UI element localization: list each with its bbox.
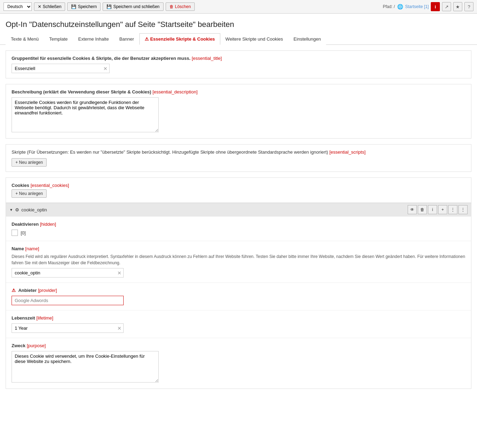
essential-scripts-key: [essential_scripts] [329, 149, 365, 155]
cookie-drag-btn-1[interactable]: ⋮ [448, 205, 457, 214]
cookie-delete-btn[interactable]: 🗑 [418, 205, 427, 214]
save-button[interactable]: 💾 Speichern [67, 2, 101, 11]
info-icon-btn[interactable]: i [431, 2, 440, 11]
essential-title-input[interactable] [12, 64, 110, 73]
top-toolbar: Deutsch English Français ✕ Schließen 💾 S… [0, 0, 477, 14]
essential-title-clear-btn[interactable]: ✕ [103, 66, 108, 71]
close-icon: ✕ [38, 4, 41, 9]
deactivate-checkbox[interactable] [12, 230, 18, 236]
essential-cookies-label: Cookies [essential_cookies] [12, 183, 465, 188]
essential-title-inner: Gruppentitel für essenzielle Cookies & S… [6, 51, 471, 78]
essential-cookies-inner: Cookies [essential_cookies] + Neu anlege… [6, 178, 471, 203]
essential-description-key: [essential_description] [152, 89, 198, 94]
name-clear-btn[interactable]: ✕ [117, 270, 122, 276]
tabs-bar: Texte & Menü Template Externe Inhalte Ba… [0, 33, 477, 45]
provider-label: ⚠ Anbieter [provider] [12, 288, 465, 293]
cookie-item-header-left: ▼ ⚙ cookie_optin [9, 207, 47, 212]
provider-error-icon: ⚠ [12, 288, 16, 293]
tab-weitere[interactable]: Weitere Skripte und Cookies [220, 33, 289, 45]
purpose-label: Zweck [purpose] [12, 343, 465, 348]
help-icon-btn[interactable]: ? [464, 2, 473, 11]
delete-icon: 🗑 [170, 4, 174, 9]
purpose-textarea-wrap: Dieses Cookie wird verwendet, um Ihre Co… [12, 351, 465, 384]
essential-scripts-inner: Skripte (Für Übersetzungen: Es werden nu… [6, 145, 471, 172]
save-close-icon: 💾 [106, 4, 112, 9]
external-link-icon-btn[interactable]: ↗ [442, 2, 451, 11]
close-button[interactable]: ✕ Schließen [34, 2, 65, 11]
essential-description-inner: Beschreibung (erklärt die Verwendung die… [6, 84, 471, 138]
lifetime-label: Lebenszeit [lifetime] [12, 315, 465, 321]
toolbar-left: Deutsch English Français ✕ Schließen 💾 S… [4, 2, 195, 11]
cookie-info-btn[interactable]: i [428, 205, 437, 214]
essential-scripts-section: Skripte (Für Übersetzungen: Es werden nu… [6, 144, 471, 172]
deactivate-row: [0] [12, 230, 465, 236]
essential-title-key: [essential_title] [192, 56, 222, 61]
deactivate-field-row: Deaktivieren [hidden] [0] [6, 216, 471, 241]
cookie-item-header-right: 👁 🗑 i + ⋮ ⋮ [408, 205, 468, 214]
essential-description-section: Beschreibung (erklärt die Verwendung die… [6, 84, 471, 139]
cookie-eye-btn[interactable]: 👁 [408, 205, 417, 214]
essential-title-section: Gruppentitel für essenzielle Cookies & S… [6, 50, 471, 78]
essential-title-label: Gruppentitel für essenzielle Cookies & S… [12, 56, 465, 61]
delete-button[interactable]: 🗑 Löschen [166, 2, 195, 11]
provider-input[interactable] [12, 296, 124, 305]
language-select[interactable]: Deutsch English Français [4, 2, 32, 11]
tab-error-icon: ⚠ [145, 36, 149, 42]
name-description: Dieses Feld wird als regulärer Ausdruck … [12, 253, 465, 266]
purpose-textarea[interactable]: Dieses Cookie wird verwendet, um Ihre Co… [12, 351, 159, 383]
essential-description-textarea[interactable]: Essenzielle Cookies werden für grundlege… [12, 97, 159, 132]
tab-banner[interactable]: Banner [114, 33, 139, 45]
breadcrumb-link[interactable]: Startseite [1] [405, 4, 429, 9]
name-label: Name [name] [12, 246, 465, 251]
essential-description-label: Beschreibung (erklärt die Verwendung die… [12, 89, 465, 94]
cookie-chevron-icon[interactable]: ▼ [9, 208, 13, 212]
essential-title-input-wrap: ✕ [12, 64, 110, 73]
tab-externe[interactable]: Externe Inhalte [73, 33, 114, 45]
tab-texte[interactable]: Texte & Menü [6, 33, 44, 45]
star-icon-btn[interactable]: ★ [453, 2, 462, 11]
cookie-item-name: cookie_optin [21, 207, 47, 212]
lifetime-key: [lifetime] [36, 315, 53, 321]
toolbar-right: Pfad: / 🌐 Startseite [1] i ↗ ★ ? [383, 2, 473, 11]
provider-key: [provider] [38, 288, 57, 293]
deactivate-value: [0] [21, 230, 26, 236]
page-title: Opt-In "Datenschutzeinstellungen" auf Se… [0, 14, 477, 33]
tab-essenzielle[interactable]: ⚠Essenzielle Skripte & Cookies [139, 33, 220, 45]
lifetime-input[interactable] [12, 323, 124, 333]
lifetime-clear-btn[interactable]: ✕ [117, 326, 122, 331]
cookie-item-header: ▼ ⚙ cookie_optin 👁 🗑 i + ⋮ ⋮ [6, 203, 471, 216]
globe-icon: 🌐 [397, 4, 403, 9]
tab-einstellungen[interactable]: Einstellungen [288, 33, 326, 45]
provider-field-row: ⚠ Anbieter [provider] [6, 282, 471, 310]
name-input-wrap: ✕ [12, 268, 124, 278]
essential-cookies-key: [essential_cookies] [30, 183, 69, 188]
deactivate-key: [hidden] [40, 222, 56, 227]
lifetime-field-row: Lebenszeit [lifetime] ✕ [6, 310, 471, 338]
essential-cookies-section: Cookies [essential_cookies] + Neu anlege… [6, 177, 471, 389]
tab-template[interactable]: Template [44, 33, 73, 45]
path-label: Pfad: / [383, 4, 395, 9]
cookie-drag-btn-2[interactable]: ⋮ [458, 205, 468, 214]
save-disk-icon: 💾 [71, 4, 76, 9]
name-key: [name] [25, 246, 39, 251]
purpose-field-row: Zweck [purpose] Dieses Cookie wird verwe… [6, 338, 471, 388]
purpose-key: [purpose] [27, 343, 46, 348]
deactivate-label: Deaktivieren [hidden] [12, 222, 465, 227]
save-close-button[interactable]: 💾 Speichern und schließen [103, 2, 163, 11]
scripts-new-button[interactable]: + Neu anlegen [12, 158, 47, 167]
cookies-new-button[interactable]: + Neu anlegen [12, 189, 47, 198]
provider-input-wrap [12, 296, 465, 305]
main-content: Gruppentitel für essenzielle Cookies & S… [0, 50, 477, 403]
essential-scripts-label: Skripte (Für Übersetzungen: Es werden nu… [12, 149, 465, 155]
name-input[interactable] [12, 268, 124, 278]
lifetime-input-wrap: ✕ [12, 323, 465, 333]
cookie-item-body: Deaktivieren [hidden] [0] Name [name] Di… [6, 216, 471, 388]
name-field-row: Name [name] Dieses Feld wird als regulär… [6, 241, 471, 282]
cookie-gear-icon: ⚙ [15, 207, 19, 212]
cookie-plus-btn[interactable]: + [438, 205, 447, 214]
